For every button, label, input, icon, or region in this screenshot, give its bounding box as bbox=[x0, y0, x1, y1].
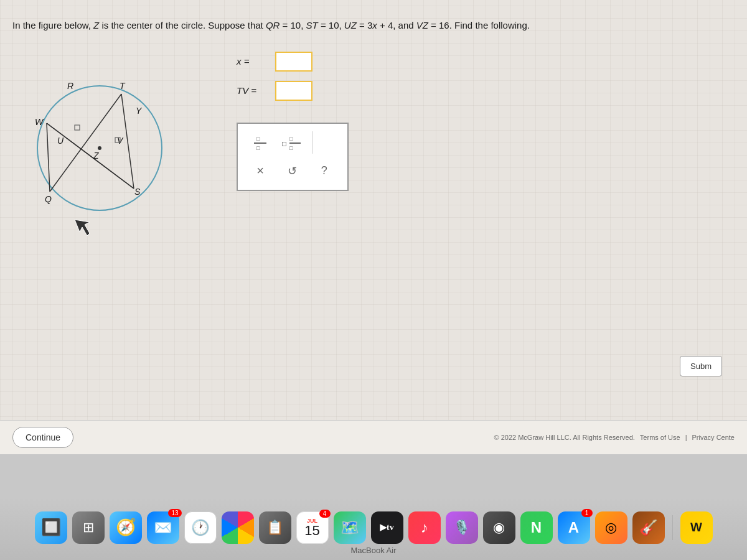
footer-links: © 2022 McGraw Hill LLC. All Rights Reser… bbox=[494, 434, 735, 441]
fraction-button[interactable]: □ □ bbox=[248, 131, 273, 154]
svg-text:□: □ bbox=[289, 145, 293, 151]
question-text: In the figure below, Z is the center of … bbox=[12, 12, 735, 33]
svg-line-4 bbox=[121, 94, 134, 189]
dock-item-notification[interactable]: N bbox=[520, 511, 553, 544]
x-label: x = bbox=[237, 56, 268, 67]
dock-item-music[interactable]: ♪ bbox=[408, 511, 441, 544]
divider: | bbox=[685, 434, 687, 441]
dock-separator bbox=[672, 515, 673, 540]
dock-item-mail[interactable]: ✉️ 13 bbox=[147, 511, 179, 544]
dock-item-safari[interactable]: 🧭 bbox=[110, 511, 142, 544]
x-input[interactable] bbox=[275, 52, 312, 72]
svg-point-6 bbox=[98, 146, 101, 150]
dock-item-notes[interactable]: W bbox=[680, 511, 713, 544]
cal-day: 15 bbox=[304, 524, 319, 538]
svg-text:□: □ bbox=[282, 139, 286, 148]
svg-text:Y: Y bbox=[136, 106, 143, 116]
privacy-link[interactable]: Privacy Cente bbox=[692, 434, 735, 441]
dock-item-maps[interactable]: 🗺️ bbox=[334, 511, 366, 544]
bottom-bar: Continue © 2022 McGraw Hill LLC. All Rig… bbox=[0, 420, 747, 454]
svg-text:□: □ bbox=[289, 136, 293, 142]
figure-area: R T W Y U V Z Q S bbox=[12, 52, 735, 251]
dock-item-podcasts[interactable]: 🎙️ bbox=[446, 511, 478, 544]
svg-text:W: W bbox=[35, 117, 44, 127]
help-button[interactable]: ? bbox=[312, 160, 337, 182]
mail-badge: 13 bbox=[168, 509, 181, 517]
svg-text:S: S bbox=[134, 187, 141, 197]
calendar-badge: 4 bbox=[319, 510, 331, 518]
svg-marker-18 bbox=[75, 220, 90, 236]
circle-figure: R T W Y U V Z Q S bbox=[12, 52, 199, 251]
macbook-label: MacBook Air bbox=[351, 546, 397, 555]
dock-item-screensaver[interactable]: ◎ bbox=[595, 511, 627, 544]
tool-divider bbox=[312, 131, 312, 154]
translate-badge: 1 bbox=[581, 509, 593, 517]
content-area: In the figure below, Z is the center of … bbox=[12, 12, 735, 417]
tv-input[interactable] bbox=[275, 81, 312, 101]
dock-item-translate[interactable]: A 1 bbox=[558, 511, 590, 544]
tv-label: TV = bbox=[237, 85, 268, 96]
multiply-button[interactable]: × bbox=[248, 160, 273, 182]
svg-rect-16 bbox=[75, 125, 80, 130]
svg-text:Q: Q bbox=[45, 194, 52, 204]
svg-text:T: T bbox=[120, 81, 126, 91]
dock-item-siri-suggestions[interactable]: 📋 bbox=[259, 511, 291, 544]
copyright-text: © 2022 McGraw Hill LLC. All Rights Reser… bbox=[494, 434, 635, 441]
dock-item-finder[interactable]: 🔲 bbox=[35, 511, 67, 544]
dock-item-calendar[interactable]: JUL 15 4 bbox=[296, 511, 329, 544]
dock-item-garageband[interactable]: 🎸 bbox=[632, 511, 665, 544]
svg-text:□: □ bbox=[256, 136, 260, 142]
dock-item-clock[interactable]: 🕐 bbox=[184, 511, 217, 544]
svg-text:R: R bbox=[67, 81, 73, 91]
svg-text:Z: Z bbox=[93, 151, 99, 161]
tv-input-row: TV = bbox=[237, 81, 349, 101]
terms-link[interactable]: Terms of Use bbox=[640, 434, 680, 441]
undo-button[interactable]: ↺ bbox=[280, 160, 304, 182]
main-window: In the figure below, Z is the center of … bbox=[0, 0, 747, 454]
svg-text:□: □ bbox=[256, 145, 260, 151]
dock-item-photos[interactable] bbox=[222, 511, 254, 544]
mixed-number-button[interactable]: □ □ □ bbox=[280, 131, 304, 154]
inputs-and-tools: x = TV = □ □ bbox=[237, 52, 349, 191]
dock-item-launchpad[interactable]: ⊞ bbox=[72, 511, 105, 544]
x-input-row: x = bbox=[237, 52, 349, 72]
math-tools-panel: □ □ □ □ □ bbox=[237, 123, 349, 191]
dock-item-siri[interactable]: ◉ bbox=[483, 511, 515, 544]
submit-button[interactable]: Subm bbox=[680, 356, 722, 376]
dock-item-tv[interactable]: ▶tv bbox=[371, 511, 403, 544]
svg-text:U: U bbox=[57, 136, 64, 146]
continue-button[interactable]: Continue bbox=[12, 427, 73, 448]
